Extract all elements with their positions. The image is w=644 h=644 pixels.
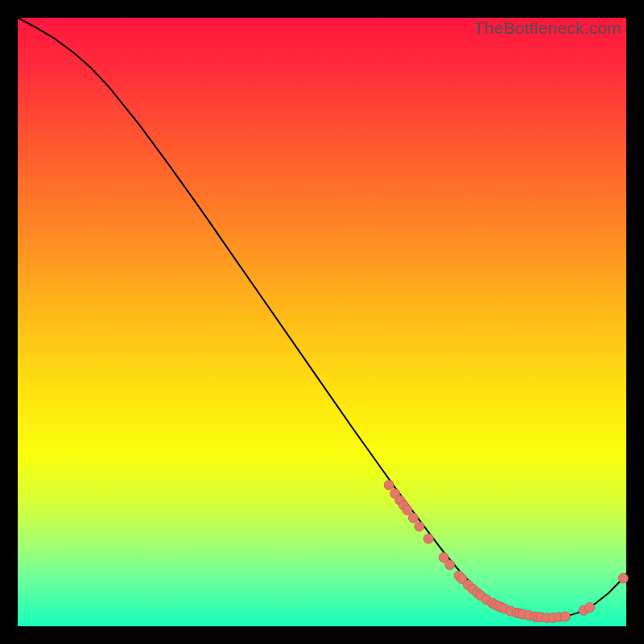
- data-marker: [415, 522, 424, 531]
- data-marker: [408, 513, 418, 522]
- data-marker: [560, 612, 570, 621]
- data-marker: [445, 560, 455, 570]
- curve-line: [18, 18, 626, 617]
- chart-area: TheBottleneck.com: [18, 18, 626, 626]
- data-marker: [402, 506, 412, 515]
- chart-svg: [18, 18, 626, 626]
- data-marker: [423, 534, 433, 543]
- data-marker: [585, 603, 595, 613]
- data-marker: [618, 573, 628, 583]
- data-marker: [384, 481, 394, 490]
- marker-group: [384, 481, 628, 623]
